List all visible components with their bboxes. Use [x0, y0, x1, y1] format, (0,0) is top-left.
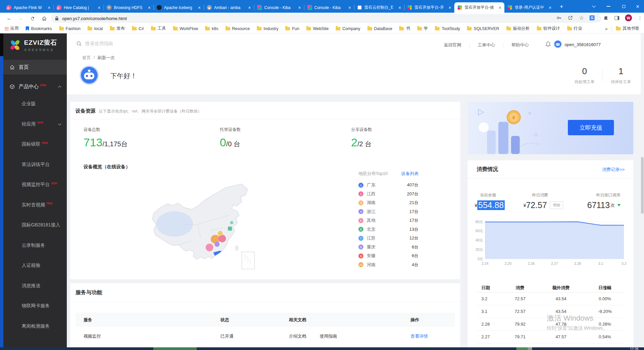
- sidebar-item-消息推送[interactable]: 消息推送: [3, 276, 67, 296]
- doc-link[interactable]: 使用指南: [320, 333, 337, 339]
- bookmark-item-工具[interactable]: 工具: [151, 26, 166, 31]
- home-button[interactable]: [40, 14, 48, 22]
- browser-tab[interactable]: 萤石开放平台-开×: [404, 2, 454, 13]
- tab-close-icon[interactable]: ×: [98, 5, 101, 10]
- bookmark-item-Company[interactable]: Company: [336, 26, 360, 31]
- bookmark-item-行业[interactable]: 行业: [567, 26, 582, 31]
- china-map[interactable]: [140, 177, 267, 272]
- extensions-icon[interactable]: [603, 15, 609, 21]
- browser-tab[interactable]: Browsing HDFS×: [104, 2, 154, 13]
- minimize-button[interactable]: [601, 0, 615, 13]
- notification-bell-button[interactable]: [545, 41, 551, 49]
- sidebar-item-国标GB28181接入[interactable]: 国标GB28181接入: [3, 215, 67, 235]
- consumption-records-link[interactable]: 消费记录>>: [602, 167, 625, 173]
- address-bar[interactable]: open.ys7.com/console/home.html: [51, 14, 601, 23]
- browser-tab[interactable]: 萤石开放平台-接×: [454, 2, 504, 13]
- reload-button[interactable]: [29, 14, 37, 22]
- tab-close-icon[interactable]: ×: [298, 5, 301, 10]
- browser-tab[interactable]: Apache Iceberg×: [154, 2, 204, 13]
- bookmark-item-DataBase[interactable]: DataBase: [367, 26, 392, 31]
- bookmark-item-发布[interactable]: 发布: [110, 26, 125, 31]
- bookmark-item-local[interactable]: local: [88, 26, 103, 31]
- sidebar-item-离岗检测服务[interactable]: 离岗检测服务: [3, 316, 67, 337]
- bookmark-item-k8s[interactable]: k8s: [205, 26, 218, 31]
- bookmark-item-C#[interactable]: C#: [132, 26, 144, 31]
- maximize-button[interactable]: [617, 0, 631, 13]
- tab-close-icon[interactable]: ×: [499, 5, 501, 10]
- bookmark-item-SQLSERVER[interactable]: SQLSERVER: [467, 26, 499, 31]
- tab-close-icon[interactable]: ×: [48, 5, 50, 10]
- windows-taskbar[interactable]: 17:28: [0, 347, 644, 350]
- doc-link[interactable]: 介绍文档: [289, 333, 306, 339]
- key-icon[interactable]: [556, 15, 562, 21]
- recharge-button[interactable]: 立即充值: [568, 120, 614, 135]
- view-details-link[interactable]: 查看详情: [411, 333, 455, 339]
- bookmark-item-软件设计[interactable]: 软件设计: [537, 26, 560, 31]
- bookmark-item-应用[interactable]: 应用: [5, 26, 19, 31]
- sidebar-item-国标级联[interactable]: 国标级联new: [3, 134, 67, 155]
- sidebar-item-企业版[interactable]: 企业版: [3, 94, 67, 114]
- bookmark-item-Industry[interactable]: Industry: [257, 26, 278, 31]
- sidebar-item-实时音视频[interactable]: 实时音视频new: [3, 195, 67, 215]
- tab-close-icon[interactable]: ×: [398, 5, 401, 10]
- browser-tab[interactable]: Console - Kiba×: [254, 2, 304, 13]
- taskbar-app-segment[interactable]: [153, 347, 197, 350]
- browser-tab[interactable]: 登录-用户认证中×: [504, 2, 554, 13]
- browser-tab[interactable]: Console - Kiba×: [304, 2, 354, 13]
- sidebar-item-云录制服务[interactable]: 云录制服务: [3, 235, 67, 256]
- browser-tab[interactable]: 萤石云控制台_E×: [354, 2, 404, 13]
- forward-button[interactable]: →: [17, 14, 25, 22]
- browser-tab[interactable]: Hive Catalog |×: [53, 2, 104, 13]
- tab-close-icon[interactable]: ×: [198, 5, 201, 10]
- user-avatar[interactable]: [554, 40, 562, 48]
- bookmark-item-书[interactable]: 书: [399, 26, 410, 31]
- bookmark-star-icon[interactable]: ☆: [579, 14, 584, 21]
- sidebar-item-算法训练平台[interactable]: 算法训练平台: [3, 155, 67, 175]
- menu-icon[interactable]: ⋮: [638, 15, 642, 21]
- sidebar-item-视频监控平台[interactable]: 视频监控平台new: [3, 175, 67, 195]
- tab-close-icon[interactable]: ×: [148, 5, 151, 10]
- trend-down-icon[interactable]: [617, 204, 621, 206]
- taskbar-app-segment[interactable]: [528, 347, 532, 350]
- sidebar-item-轻应用[interactable]: 轻应用new: [3, 114, 67, 135]
- bookmark-item-学[interactable]: 学: [417, 26, 428, 31]
- bookmark-item-WebSite[interactable]: WebSite: [306, 26, 329, 31]
- other-bookmarks-folder[interactable]: 其他书签: [616, 26, 639, 31]
- bookmark-item-Fashion[interactable]: Fashion: [59, 26, 80, 31]
- tab-close-icon[interactable]: ×: [348, 5, 351, 10]
- sidebar-item-产品中心[interactable]: 产品中心new: [3, 79, 67, 94]
- username[interactable]: open_3581616077: [565, 42, 601, 47]
- browser-tab[interactable]: Ambari - amba×: [204, 2, 254, 13]
- link-official-site[interactable]: 返回官网: [436, 42, 469, 48]
- side-panel-icon[interactable]: [615, 16, 619, 20]
- breadcrumb-home[interactable]: 首页: [82, 55, 91, 61]
- device-list-link[interactable]: 设备列表: [401, 171, 419, 177]
- window-close-button[interactable]: ×: [631, 0, 644, 13]
- link-ticket-center[interactable]: 工单中心: [470, 42, 503, 48]
- back-button[interactable]: ←: [5, 14, 13, 22]
- rate-tickets[interactable]: 1 待评价工单: [604, 66, 638, 85]
- sidebar-item-首页[interactable]: 首页: [3, 60, 67, 74]
- share-icon[interactable]: [568, 15, 573, 21]
- bookmark-item-Bookmarks[interactable]: Bookmarks: [26, 26, 52, 31]
- profile-avatar[interactable]: W: [625, 14, 632, 21]
- new-tab-button[interactable]: +: [557, 2, 566, 11]
- browser-tab[interactable]: Apache Flink W×: [3, 2, 53, 13]
- taskbar-app-segment[interactable]: [516, 347, 528, 350]
- pending-tickets[interactable]: 0 待处理工单: [568, 66, 601, 85]
- tab-close-icon[interactable]: ×: [248, 5, 251, 10]
- scrollbar-thumb[interactable]: [641, 157, 644, 214]
- bookmark-item-Fun[interactable]: Fun: [285, 26, 299, 31]
- sidebar-item-物联网卡服务[interactable]: 物联网卡服务: [3, 296, 67, 316]
- consumption-chart[interactable]: 0元20元40元60元80元2.242.252.262.272.283.13.2: [472, 218, 629, 274]
- bookmark-item-Resource[interactable]: Resource: [225, 26, 250, 31]
- tab-search-button[interactable]: [587, 0, 601, 13]
- bookmark-item-振动分析[interactable]: 振动分析: [506, 26, 530, 31]
- bookmarks-overflow-icon[interactable]: »: [605, 26, 608, 31]
- tab-close-icon[interactable]: ×: [449, 5, 451, 10]
- translate-icon[interactable]: G: [590, 15, 595, 20]
- page-scrollbar[interactable]: [641, 33, 644, 347]
- search-box[interactable]: 搜索使用指南: [76, 41, 113, 47]
- detail-button[interactable]: 明细: [550, 201, 563, 209]
- bookmark-item-WorkFlow[interactable]: WorkFlow: [173, 26, 198, 31]
